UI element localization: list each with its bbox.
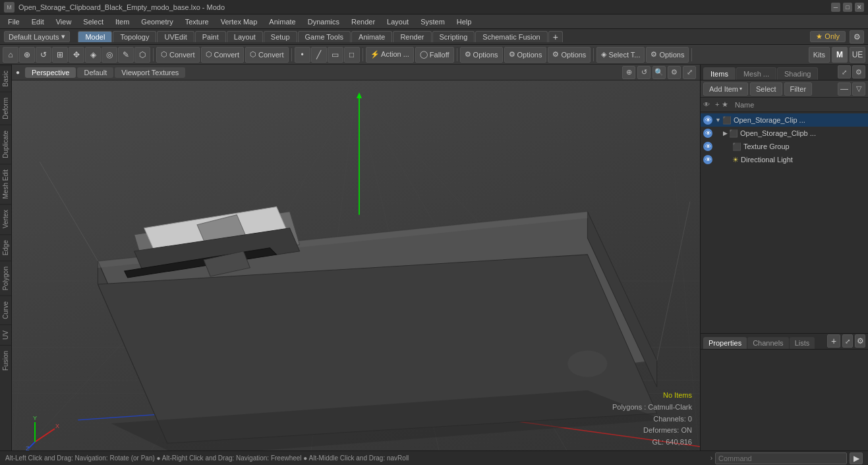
close-button[interactable]: ✕ (855, 3, 864, 12)
vp-ctrl-settings[interactable]: ⚙ (668, 66, 681, 79)
action-button[interactable]: ⚡ Action ... (366, 47, 414, 63)
menu-vertexmap[interactable]: Vertex Map (216, 16, 263, 27)
modo-icon-btn[interactable]: M (832, 47, 848, 63)
maximize-button[interactable]: □ (843, 3, 852, 12)
item-row-texture[interactable]: 👁 ⬛ Texture Group (701, 140, 868, 153)
viewport-tab-dot[interactable]: ● (16, 69, 24, 76)
item-eye-root[interactable]: 👁 (703, 115, 712, 125)
viewport-tab-default[interactable]: Default (77, 67, 113, 78)
prop-expand-btn[interactable]: ⤢ (842, 334, 853, 348)
menu-file[interactable]: File (3, 16, 25, 27)
sidebar-tab-meshedit[interactable]: Mesh Edit (0, 164, 11, 204)
select-button[interactable]: ◈ Select T... (596, 47, 645, 63)
tab-schematic[interactable]: Schematic Fusion (475, 31, 547, 42)
tool-icon-rotate[interactable]: ↺ (36, 47, 51, 63)
menu-geometry[interactable]: Geometry (136, 16, 178, 27)
prop-tab-add[interactable]: + (827, 334, 840, 348)
star-only-button[interactable]: ★ Only (810, 31, 846, 42)
panel-expand-btn[interactable]: ⤢ (838, 65, 851, 78)
tool-icon-scale[interactable]: ⊞ (52, 47, 68, 63)
menu-render[interactable]: Render (346, 16, 380, 27)
options-button-3[interactable]: ⚙ Options (548, 47, 591, 63)
tool-icon-select[interactable]: ◈ (85, 47, 101, 63)
kits-button[interactable]: Kits (809, 47, 830, 63)
items-list[interactable]: 👁 ▼ ⬛ Open_Storage_Clip ... 👁 ▶ ⬛ Open_S… (701, 112, 868, 333)
tab-layout[interactable]: Layout (227, 31, 263, 42)
sidebar-tab-fusion[interactable]: Fusion (0, 345, 11, 376)
tool-icon-paint[interactable]: ✎ (118, 47, 134, 63)
panel-tab-shading[interactable]: Shading (777, 67, 818, 80)
vp-ctrl-expand[interactable]: ⤢ (683, 66, 696, 79)
modebar-settings-button[interactable]: ⚙ (850, 30, 864, 44)
items-filter-btn[interactable]: ▽ (852, 82, 865, 96)
tool-icon-loop[interactable]: ◎ (101, 47, 117, 63)
menu-texture[interactable]: Texture (180, 16, 214, 27)
item-eye-light[interactable]: 👁 (703, 155, 712, 164)
vp-ctrl-center[interactable]: ⊕ (622, 66, 635, 79)
convert-button-1[interactable]: ⬡ Convert (156, 47, 200, 63)
tab-uvedit[interactable]: UVEdit (157, 31, 194, 42)
selectoptions-button[interactable]: ⚙ Options (646, 47, 689, 63)
sidebar-tab-edge[interactable]: Edge (0, 234, 11, 261)
item-row-light[interactable]: 👁 ☀ Directional Light (701, 153, 868, 166)
tool-icon-poly[interactable]: ▭ (328, 47, 343, 63)
tab-setup[interactable]: Setup (264, 31, 297, 42)
select-button-panel[interactable]: Select (750, 82, 782, 96)
panel-tab-mesh[interactable]: Mesh ... (736, 67, 776, 80)
sidebar-tab-duplicate[interactable]: Duplicate (0, 125, 11, 164)
sidebar-tab-uv[interactable]: UV (0, 325, 11, 345)
layout-dropdown[interactable]: Default Layouts ▾ (4, 31, 70, 42)
item-row-mesh[interactable]: 👁 ▶ ⬛ Open_Storage_Clipb ... (701, 127, 868, 140)
convert-button-2[interactable]: ⬡ Convert (201, 47, 245, 63)
items-collapse-btn[interactable]: — (838, 82, 851, 96)
tab-gametools[interactable]: Game Tools (298, 31, 351, 42)
tab-scripting[interactable]: Scripting (432, 31, 475, 42)
panel-tab-items[interactable]: Items (703, 67, 736, 80)
sidebar-tab-deform[interactable]: Deform (0, 92, 11, 125)
options-button-2[interactable]: ⚙ Options (504, 47, 547, 63)
sidebar-tab-curve[interactable]: Curve (0, 295, 11, 325)
filter-button[interactable]: Filter (784, 82, 812, 96)
tab-paint[interactable]: Paint (195, 31, 226, 42)
tab-topology[interactable]: Topology (113, 31, 156, 42)
menu-select[interactable]: Select (78, 16, 109, 27)
tab-render[interactable]: Render (393, 31, 431, 42)
prop-tab-channels[interactable]: Channels (747, 337, 788, 349)
icons-col-plus[interactable]: + (715, 100, 719, 108)
viewport-canvas[interactable]: X Y Z No Items Polygons : Catmull-Clark … (12, 80, 700, 465)
panel-settings-btn[interactable]: ⚙ (852, 65, 865, 78)
tool-icon-edge[interactable]: ╱ (311, 47, 327, 63)
menu-system[interactable]: System (415, 16, 450, 27)
menu-edit[interactable]: Edit (26, 16, 49, 27)
vp-ctrl-fit[interactable]: ↺ (637, 66, 651, 79)
prop-settings-btn[interactable]: ⚙ (855, 334, 865, 348)
item-row-root[interactable]: 👁 ▼ ⬛ Open_Storage_Clip ... (701, 113, 868, 127)
options-button-1[interactable]: ⚙ Options (460, 47, 503, 63)
convert-button-3[interactable]: ⬡ Convert (245, 47, 289, 63)
add-item-button[interactable]: Add Item ▾ (703, 82, 748, 96)
sidebar-tab-polygon[interactable]: Polygon (0, 261, 11, 295)
modo-ue-btn[interactable]: UE (850, 47, 865, 63)
sidebar-tab-basic[interactable]: Basic (0, 65, 11, 92)
menu-help[interactable]: Help (451, 16, 477, 27)
menu-animate[interactable]: Animate (264, 16, 301, 27)
prop-tab-lists[interactable]: Lists (790, 337, 815, 349)
tool-icon-item[interactable]: □ (344, 47, 360, 63)
tool-icon-vert[interactable]: • (295, 47, 310, 63)
prop-tab-properties[interactable]: Properties (703, 337, 747, 349)
menu-view[interactable]: View (51, 16, 77, 27)
command-run-button[interactable]: ▶ (850, 452, 863, 464)
tool-icon-transform[interactable]: ⊕ (19, 47, 35, 63)
tab-add[interactable]: + (548, 31, 563, 42)
tab-animate[interactable]: Animate (351, 31, 392, 42)
viewport-tab-textures[interactable]: Viewport Textures (115, 67, 185, 78)
falloff-button[interactable]: ◯ Falloff (415, 47, 454, 63)
menu-dynamics[interactable]: Dynamics (303, 16, 345, 27)
minimize-button[interactable]: ─ (831, 3, 840, 12)
tool-icon-mesh[interactable]: ⬡ (134, 47, 150, 63)
item-expand-root[interactable]: ▼ (715, 117, 721, 123)
command-input[interactable] (715, 452, 847, 464)
menu-item[interactable]: Item (110, 16, 134, 27)
vp-ctrl-zoom[interactable]: 🔍 (652, 66, 666, 79)
item-expand-mesh[interactable]: ▶ (723, 130, 728, 137)
